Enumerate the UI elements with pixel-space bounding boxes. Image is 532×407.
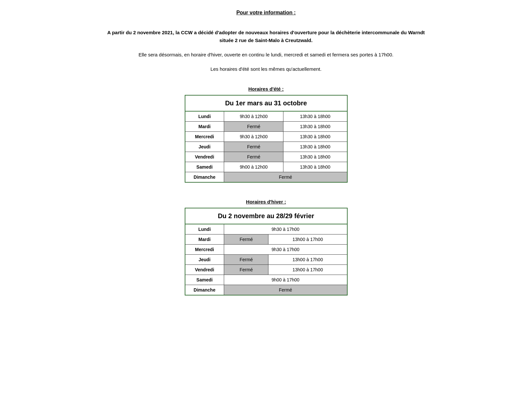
morning-cell: Fermé (224, 152, 283, 162)
table-row: Mercredi9h30 à 12h0013h30 à 18h00 (185, 132, 347, 142)
table-row: JeudiFermé13h30 à 18h00 (185, 142, 347, 152)
table-header: Du 1er mars au 31 octobre (185, 95, 347, 111)
morning-cell: 9h30 à 12h00 (224, 132, 283, 142)
afternoon-cell: 13h00 à 17h00 (268, 265, 347, 275)
time-cell: Fermé (224, 285, 347, 295)
day-cell: Jeudi (185, 255, 224, 265)
afternoon-cell: 13h00 à 17h00 (268, 255, 347, 265)
afternoon-cell: 13h30 à 18h00 (283, 152, 347, 162)
winter-schedule-table: Du 2 novembre au 28/29 févrierLundi9h30 … (185, 208, 348, 295)
table-row: Lundi9h30 à 12h0013h30 à 18h00 (185, 111, 347, 122)
morning-cell: 9h30 à 12h00 (224, 111, 283, 122)
table-row: VendrediFermé13h00 à 17h00 (185, 265, 347, 275)
page-title: Pour votre information : (107, 10, 426, 16)
morning-cell: Fermé (224, 265, 268, 275)
time-cell: 9h30 à 17h00 (224, 224, 347, 234)
afternoon-cell: 13h30 à 18h00 (283, 111, 347, 122)
morning-cell: Fermé (224, 142, 283, 152)
info-paragraph: Elle sera désormais, en horaire d'hiver,… (107, 51, 426, 59)
afternoon-cell: 13h30 à 18h00 (283, 122, 347, 132)
day-cell: Mercredi (185, 132, 224, 142)
day-cell: Vendredi (185, 265, 224, 275)
summer-schedule-table: Du 1er mars au 31 octobreLundi9h30 à 12h… (185, 95, 348, 183)
day-cell: Lundi (185, 111, 224, 122)
table-row: VendrediFermé13h30 à 18h00 (185, 152, 347, 162)
afternoon-cell: 13h30 à 18h00 (283, 162, 347, 172)
time-cell: 9h00 à 17h00 (224, 275, 347, 285)
table-row: MardiFermé13h30 à 18h00 (185, 122, 347, 132)
time-cell: 9h30 à 17h00 (224, 245, 347, 255)
table-row: DimancheFermé (185, 285, 347, 295)
day-cell: Dimanche (185, 285, 224, 295)
day-cell: Mardi (185, 234, 224, 245)
intro-paragraph: A partir du 2 novembre 2021, la CCW a dé… (107, 29, 426, 44)
day-cell: Jeudi (185, 142, 224, 152)
table-row: JeudiFermé13h00 à 17h00 (185, 255, 347, 265)
table-row: DimancheFermé (185, 172, 347, 183)
day-cell: Dimanche (185, 172, 224, 183)
day-cell: Mercredi (185, 245, 224, 255)
morning-cell: Fermé (224, 255, 268, 265)
summer-note: Les horaires d'été sont les mêmes qu'act… (107, 65, 426, 73)
day-cell: Vendredi (185, 152, 224, 162)
morning-cell: 9h00 à 12h00 (224, 162, 283, 172)
day-cell: Samedi (185, 162, 224, 172)
table-row: Samedi9h00 à 17h00 (185, 275, 347, 285)
afternoon-cell: 13h30 à 18h00 (283, 132, 347, 142)
afternoon-cell: 13h30 à 18h00 (283, 142, 347, 152)
winter-section-title: Horaires d'hiver : (107, 199, 426, 204)
morning-cell: Fermé (224, 122, 283, 132)
time-cell: Fermé (224, 172, 347, 183)
table-header: Du 2 novembre au 28/29 février (185, 208, 347, 224)
table-row: Lundi9h30 à 17h00 (185, 224, 347, 234)
table-row: MardiFermé13h00 à 17h00 (185, 234, 347, 245)
afternoon-cell: 13h00 à 17h00 (268, 234, 347, 245)
day-cell: Lundi (185, 224, 224, 234)
summer-section-title: Horaires d'été : (107, 86, 426, 92)
table-row: Mercredi9h30 à 17h00 (185, 245, 347, 255)
day-cell: Samedi (185, 275, 224, 285)
morning-cell: Fermé (224, 234, 268, 245)
day-cell: Mardi (185, 122, 224, 132)
table-row: Samedi9h00 à 12h0013h30 à 18h00 (185, 162, 347, 172)
